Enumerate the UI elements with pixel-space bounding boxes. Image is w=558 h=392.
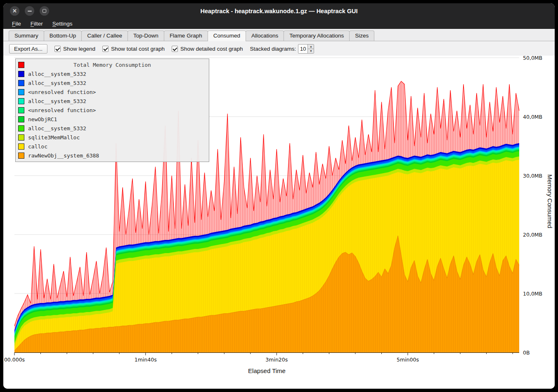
y-axis-label: Memory Consumed bbox=[546, 174, 553, 228]
minimize-button[interactable] bbox=[25, 6, 34, 16]
stacked-diagrams-label: Stacked diagrams: bbox=[250, 46, 296, 52]
tab-consumed[interactable]: Consumed bbox=[208, 31, 246, 41]
legend-item: <unresolved function> bbox=[16, 106, 209, 115]
window-controls: ✕ bbox=[10, 3, 49, 19]
checkbox-box[interactable] bbox=[172, 46, 178, 52]
export-as-button[interactable]: Export As... bbox=[9, 44, 47, 54]
legend-swatch bbox=[18, 153, 24, 159]
checkbox-box[interactable] bbox=[54, 46, 61, 52]
legend-item: sqlite3MemMalloc bbox=[16, 133, 209, 142]
checkbox-show-detailed-cost-graph[interactable]: Show detailed cost graph bbox=[172, 46, 243, 52]
legend-swatch bbox=[18, 89, 24, 95]
svg-text:40,0MB: 40,0MB bbox=[523, 114, 542, 120]
menu-filter[interactable]: Filter bbox=[27, 20, 47, 28]
titlebar: ✕ Heaptrack - heaptrack.wakunode.1.gz — … bbox=[3, 3, 555, 19]
legend-swatch bbox=[18, 71, 24, 77]
tab-temporary-allocations[interactable]: Temporary Allocations bbox=[284, 31, 350, 41]
close-button[interactable]: ✕ bbox=[10, 6, 19, 16]
legend-swatch bbox=[18, 98, 24, 104]
legend-item: alloc__system_5332 bbox=[16, 69, 209, 78]
svg-text:50,0MB: 50,0MB bbox=[523, 55, 542, 61]
stacked-diagrams-spinner[interactable]: 10 ▲ ▼ bbox=[298, 44, 314, 54]
tab-sizes[interactable]: Sizes bbox=[349, 31, 374, 41]
close-icon: ✕ bbox=[12, 8, 17, 14]
menu-bar: File Filter Settings bbox=[3, 19, 555, 29]
legend-swatch bbox=[18, 116, 24, 122]
tab-top-down[interactable]: Top-Down bbox=[128, 31, 164, 41]
legend-item: alloc__system_5332 bbox=[16, 78, 209, 87]
svg-text:1min40s: 1min40s bbox=[135, 357, 157, 363]
legend-item: alloc__system_5332 bbox=[16, 124, 209, 133]
stacked-diagrams-value: 10 bbox=[298, 45, 307, 53]
legend-swatch bbox=[18, 80, 24, 86]
spinner-buttons: ▲ ▼ bbox=[307, 45, 314, 53]
tab-caller-callee[interactable]: Caller / Callee bbox=[81, 31, 128, 41]
tab-bar: Summary Bottom-Up Caller / Callee Top-Do… bbox=[3, 29, 555, 41]
legend-item: calloc bbox=[16, 142, 209, 151]
checkbox-box[interactable] bbox=[102, 46, 109, 52]
checkbox-label: Show total cost graph bbox=[111, 46, 165, 52]
tab-bottom-up[interactable]: Bottom-Up bbox=[44, 31, 82, 41]
svg-text:0B: 0B bbox=[523, 350, 530, 356]
stacked-diagrams-group: Stacked diagrams: 10 ▲ ▼ bbox=[250, 44, 314, 54]
legend-swatch bbox=[18, 125, 24, 131]
svg-text:5min00s: 5min00s bbox=[397, 357, 419, 363]
tab-summary[interactable]: Summary bbox=[9, 31, 44, 41]
memory-consumption-chart: 00.000s1min40s3min20s5min00s0B10,0MB20,0… bbox=[3, 56, 555, 389]
maximize-button[interactable] bbox=[40, 6, 49, 16]
tab-flame-graph[interactable]: Flame Graph bbox=[164, 31, 208, 41]
window-title: Heaptrack - heaptrack.wakunode.1.gz — He… bbox=[200, 8, 357, 14]
legend-item: newObjRC1 bbox=[16, 115, 209, 124]
legend-item: rawNewObj__system_6388 bbox=[16, 151, 209, 160]
checkbox-show-legend[interactable]: Show legend bbox=[54, 46, 95, 52]
svg-text:00.000s: 00.000s bbox=[4, 357, 25, 363]
menu-settings[interactable]: Settings bbox=[49, 20, 76, 28]
checkbox-show-total-cost-graph[interactable]: Show total cost graph bbox=[102, 46, 165, 52]
legend-title-row: Total Memory Consumption bbox=[16, 60, 209, 69]
spin-up-button[interactable]: ▲ bbox=[308, 45, 314, 49]
legend-item: <unresolved function> bbox=[16, 87, 209, 96]
maximize-icon bbox=[43, 9, 46, 13]
checkbox-label: Show legend bbox=[63, 46, 95, 52]
toolbar: Export As... Show legend Show total cost… bbox=[3, 41, 555, 56]
svg-text:30,0MB: 30,0MB bbox=[523, 173, 542, 179]
app-window: ✕ Heaptrack - heaptrack.wakunode.1.gz — … bbox=[3, 3, 555, 389]
minimize-icon bbox=[28, 11, 32, 12]
x-axis-label: Elapsed Time bbox=[14, 367, 519, 374]
svg-text:20,0MB: 20,0MB bbox=[523, 232, 542, 238]
legend-item: alloc__system_5332 bbox=[16, 96, 209, 106]
chart-legend: Total Memory Consumption alloc__system_5… bbox=[15, 59, 209, 162]
spin-up-icon: ▲ bbox=[310, 45, 312, 48]
checkbox-label: Show detailed cost graph bbox=[180, 46, 243, 52]
svg-text:10,0MB: 10,0MB bbox=[523, 291, 542, 297]
spin-down-button[interactable]: ▼ bbox=[308, 49, 314, 53]
legend-title: Total Memory Consumption bbox=[16, 62, 209, 68]
menu-file[interactable]: File bbox=[8, 20, 25, 28]
spin-down-icon: ▼ bbox=[310, 49, 312, 52]
svg-text:3min20s: 3min20s bbox=[265, 357, 288, 363]
legend-swatch bbox=[18, 107, 24, 113]
legend-swatch bbox=[18, 134, 24, 141]
legend-swatch bbox=[18, 143, 24, 150]
tab-allocations[interactable]: Allocations bbox=[246, 31, 284, 41]
